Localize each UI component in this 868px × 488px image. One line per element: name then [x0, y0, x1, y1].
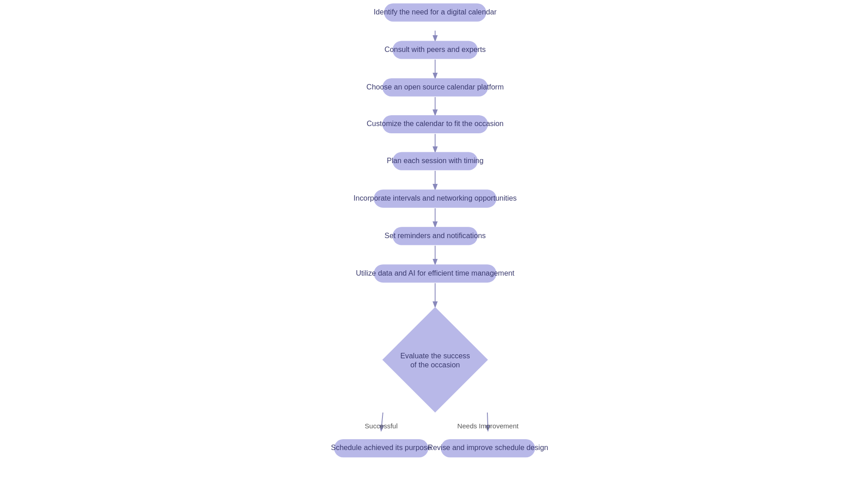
- node-plan-text: Plan each session with timing: [387, 156, 484, 164]
- node-consult-text: Consult with peers and experts: [385, 45, 486, 53]
- flowchart-container: Identify the need for a digital calendar…: [0, 0, 868, 488]
- node-reminders-text: Set reminders and notifications: [385, 231, 486, 239]
- node-evaluate-text1: Evaluate the success: [400, 352, 470, 360]
- node-utilize-text: Utilize data and AI for efficient time m…: [356, 269, 514, 277]
- node-revise-text: Revise and improve schedule design: [428, 443, 548, 451]
- node-incorporate-text: Incorporate intervals and networking opp…: [354, 194, 517, 202]
- node-evaluate-text2: of the occasion: [410, 361, 460, 369]
- node-identify-text: Identify the need for a digital calendar: [373, 8, 497, 16]
- node-choose-text: Choose an open source calendar platform: [367, 83, 504, 91]
- node-achieved-text: Schedule achieved its purpose: [331, 443, 431, 451]
- label-successful: Successful: [365, 422, 398, 430]
- node-customize-text: Customize the calendar to fit the occasi…: [367, 119, 504, 127]
- node-evaluate: [382, 307, 488, 413]
- label-needs-improvement: Needs Improvement: [458, 422, 519, 430]
